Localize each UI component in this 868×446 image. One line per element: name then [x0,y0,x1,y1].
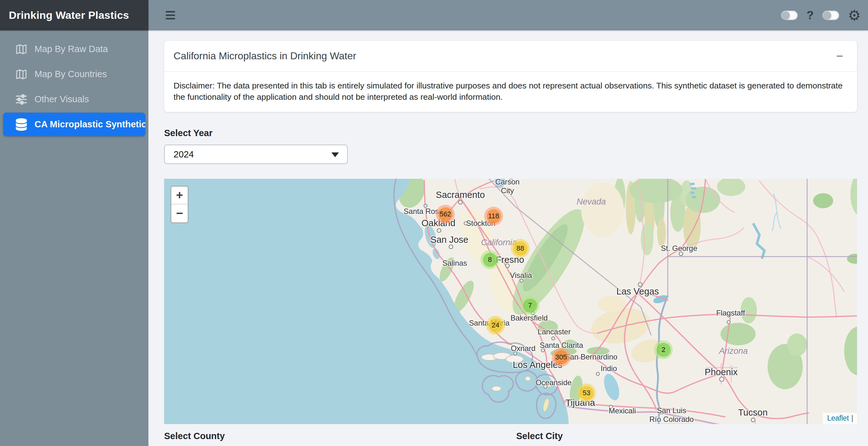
card-title: California Microplastics in Drinking Wat… [174,50,356,62]
map-attribution: Leaflet| [823,413,857,424]
cluster-marker[interactable]: 7 [521,296,539,315]
map-label: Mexicali [609,407,636,415]
leaflet-attribution-link[interactable]: Leaflet [827,414,849,422]
map-icon [14,67,28,81]
year-select-group: Select Year 2024 [164,128,857,164]
toggle-knob [782,11,790,20]
sidebar: Drinking Water Plastics Map By Raw Data … [0,0,149,446]
map-label: Visalia [510,271,532,280]
main-content: California Microplastics in Drinking Wat… [149,30,868,446]
map-viewport[interactable]: Carson CitySacramentoSanta RosaOaklandSt… [164,179,857,424]
card-header: California Microplastics in Drinking Wat… [164,41,857,72]
map-label: Phoenix [705,367,738,377]
toggle-knob [823,11,831,20]
cluster-count: 2 [661,346,665,354]
cluster-count: 562 [440,210,451,218]
zoom-out-button[interactable]: − [171,204,188,222]
sidebar-item-label: Map By Countries [34,69,107,79]
map-icon [14,42,28,56]
toggle-switch-help[interactable] [781,11,798,20]
map-label: Carson City [495,179,519,195]
database-icon [14,118,28,131]
sidebar-item-ca-microplastic-synthetic-data[interactable]: CA Microplastic Synthetic Da [3,113,145,136]
map-label: Salinas [442,259,467,267]
app-brand: Drinking Water Plastics [0,0,149,30]
map-label: Lancaster [537,327,570,336]
year-select-value: 2024 [174,149,194,160]
select-county-label: Select County [164,431,225,441]
cluster-count: 53 [583,389,590,397]
attribution-separator: | [851,414,853,422]
hamburger-menu-icon[interactable] [166,11,175,20]
map-label: Bakersfield [510,314,548,322]
zoom-in-button[interactable]: + [171,187,188,204]
sliders-icon [14,93,28,106]
info-card: California Microplastics in Drinking Wat… [164,41,857,112]
year-select[interactable]: 2024 [164,145,348,164]
card-body: Disclaimer: The data presented in this t… [164,72,857,112]
map-label: Tucson [738,407,768,418]
toggle-switch-settings[interactable] [823,11,839,20]
cluster-count: 24 [492,321,499,329]
sidebar-item-label: Other Visuals [34,94,89,104]
cluster-marker[interactable]: 53 [577,384,596,403]
cluster-marker[interactable]: 118 [484,207,503,225]
help-icon[interactable]: ? [806,9,814,22]
map-label: Oceanside [536,378,572,387]
disclaimer-text: Disclaimer: The data presented in this t… [174,80,847,102]
cluster-count: 7 [528,301,532,310]
top-navbar: ? ⚙ [149,0,868,30]
sidebar-item-map-by-countries[interactable]: Map By Countries [3,62,145,86]
map-label: Sacramento [436,190,485,200]
chevron-down-icon [331,153,339,157]
cluster-count: 305 [555,353,567,361]
map-label: St. George [661,244,697,253]
map-label: Indio [601,364,617,373]
map-label: Oxnard [511,344,536,353]
map-label: Las Vegas [616,286,659,297]
cluster-count: 118 [488,212,499,220]
map-canvas-overlay: Carson CitySacramentoSanta RosaOaklandSt… [164,179,857,424]
cluster-marker[interactable]: 2 [654,340,673,359]
map-label: Arizona [719,347,748,356]
sidebar-item-label: Map By Raw Data [34,44,108,54]
map-label: Nevada [577,197,606,207]
map-zoom-control: + − [170,186,189,223]
sidebar-item-label: CA Microplastic Synthetic Da [34,119,145,130]
sidebar-item-map-by-raw-data[interactable]: Map By Raw Data [3,37,145,61]
sidebar-item-other-visuals[interactable]: Other Visuals [3,88,145,111]
collapse-minus-button[interactable]: − [836,51,843,62]
cluster-marker[interactable]: 305 [552,348,570,367]
map-label: San Luis Río Colorado [649,406,693,423]
bottom-selects-row: Select County Select City [164,431,857,441]
map-label: San Bernardino [565,353,618,361]
map-label: San Jose [431,234,468,245]
select-city-label: Select City [516,431,563,441]
cluster-marker[interactable]: 24 [486,316,505,334]
sidebar-menu: Map By Raw Data Map By Countries Other V… [0,37,149,136]
settings-gear-icon[interactable]: ⚙ [848,8,861,23]
cluster-marker[interactable]: 88 [511,239,530,258]
select-year-label: Select Year [164,128,857,138]
cluster-marker[interactable]: 562 [436,205,455,224]
app-title: Drinking Water Plastics [9,9,129,21]
cluster-count: 8 [488,256,492,264]
map-label: Flagstaff [716,309,745,317]
cluster-count: 88 [517,244,524,253]
cluster-marker[interactable]: 8 [480,250,499,269]
